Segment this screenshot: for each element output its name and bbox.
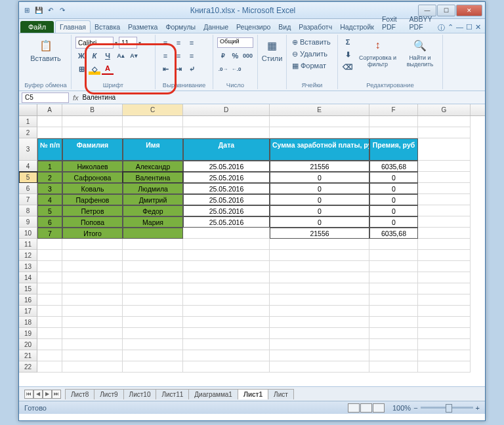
row-header[interactable]: 15 — [19, 283, 37, 294]
cell[interactable] — [418, 306, 471, 317]
indent-inc-icon[interactable]: ⇥ — [173, 63, 184, 75]
cell[interactable]: Александр — [123, 161, 183, 172]
col-D[interactable]: D — [183, 104, 270, 115]
cell[interactable] — [62, 328, 123, 339]
row-header[interactable]: 14 — [19, 272, 37, 283]
cell[interactable] — [37, 250, 62, 261]
cell[interactable] — [183, 317, 270, 328]
cell[interactable]: 0 — [369, 194, 418, 205]
col-E[interactable]: E — [270, 104, 369, 115]
cell[interactable] — [123, 294, 183, 306]
sheet-tab[interactable]: Лист11 — [156, 389, 189, 399]
cell[interactable]: Николаев — [62, 161, 123, 172]
row-header[interactable]: 18 — [19, 317, 37, 328]
cell[interactable] — [418, 127, 471, 138]
cell[interactable] — [123, 361, 183, 373]
row-header[interactable]: 9 — [19, 216, 37, 228]
currency-icon[interactable]: ₽ — [217, 50, 228, 62]
dec-decimal-icon[interactable]: ←.0 — [230, 63, 242, 75]
row-header[interactable]: 5 — [19, 172, 37, 183]
row-header[interactable]: 7 — [19, 194, 37, 205]
cell[interactable] — [123, 228, 183, 239]
cell[interactable]: 7 — [37, 228, 62, 239]
cell[interactable]: 0 — [270, 205, 369, 216]
cell[interactable]: 4 — [37, 194, 62, 205]
cell[interactable] — [418, 339, 471, 350]
cell[interactable]: 6 — [37, 216, 62, 228]
abbyy-tab[interactable]: ABBYY PDF — [406, 13, 438, 33]
sheet-tab[interactable]: Лист9 — [94, 389, 123, 399]
cell[interactable] — [270, 116, 369, 127]
cell[interactable]: 25.05.2016 — [183, 161, 270, 172]
cell[interactable] — [183, 127, 270, 138]
cell[interactable] — [37, 306, 62, 317]
cell[interactable]: Сафронова — [62, 172, 123, 183]
borders-button[interactable]: ⊞ — [75, 63, 87, 75]
align-mid-icon[interactable]: ≡ — [173, 37, 184, 49]
fill-color-button[interactable]: ◇ — [89, 63, 100, 75]
cell[interactable] — [183, 294, 270, 306]
cell[interactable] — [183, 339, 270, 350]
insert-cells-button[interactable]: ⊕Вставить — [291, 36, 333, 48]
cell[interactable] — [37, 361, 62, 373]
delete-cells-button[interactable]: ⊖Удалить — [291, 48, 333, 60]
cell[interactable]: Фамилия — [62, 138, 123, 161]
cell[interactable]: 0 — [369, 216, 418, 228]
cell[interactable] — [123, 250, 183, 261]
cell[interactable] — [418, 172, 471, 183]
cell[interactable] — [418, 350, 471, 361]
cell[interactable]: Попова — [62, 216, 123, 228]
cell[interactable]: 0 — [369, 172, 418, 183]
view-buttons[interactable] — [348, 403, 385, 413]
col-F[interactable]: F — [369, 104, 418, 115]
cell[interactable] — [369, 239, 418, 250]
cell[interactable] — [418, 328, 471, 339]
cell[interactable] — [369, 350, 418, 361]
bold-button[interactable]: Ж — [75, 50, 87, 62]
cell[interactable] — [270, 283, 369, 294]
cell[interactable] — [369, 361, 418, 373]
cell[interactable] — [270, 272, 369, 283]
cell[interactable] — [37, 127, 62, 138]
tab-last-icon[interactable]: ⏭ — [52, 390, 61, 399]
cell[interactable]: 6035,68 — [369, 161, 418, 172]
cell[interactable] — [123, 127, 183, 138]
cell[interactable]: Дмитрий — [123, 194, 183, 205]
cell[interactable] — [123, 283, 183, 294]
row-header[interactable]: 19 — [19, 328, 37, 339]
cell[interactable] — [369, 261, 418, 272]
undo-icon[interactable]: ↶ — [45, 5, 56, 16]
row-header[interactable]: 12 — [19, 250, 37, 261]
sort-filter-button[interactable]: ↕Сортировка и фильтр — [356, 36, 399, 73]
cell[interactable] — [270, 239, 369, 250]
fill-icon[interactable]: ⬇ — [342, 49, 354, 60]
sheet-tab[interactable]: Лист10 — [123, 389, 157, 399]
doc-min-icon[interactable]: — — [456, 23, 463, 33]
minimize-ribbon-icon[interactable]: ⌃ — [448, 23, 453, 33]
file-tab[interactable]: Файл — [20, 21, 54, 33]
cell[interactable] — [270, 328, 369, 339]
doc-close-icon[interactable]: ✕ — [475, 23, 481, 33]
clear-icon[interactable]: ⌫ — [342, 61, 354, 73]
cell[interactable] — [183, 272, 270, 283]
foxit-tab[interactable]: Foxit PDF — [378, 13, 406, 33]
insert-tab[interactable]: Вставка — [91, 21, 124, 33]
col-G[interactable]: G — [418, 104, 471, 115]
row-header[interactable]: 21 — [19, 350, 37, 361]
addins-tab[interactable]: Надстройк — [336, 21, 378, 33]
cell[interactable] — [123, 306, 183, 317]
cell[interactable] — [37, 116, 62, 127]
italic-button[interactable]: К — [89, 50, 100, 62]
cell[interactable] — [123, 350, 183, 361]
cell[interactable] — [418, 205, 471, 216]
wrap-icon[interactable]: ⤶ — [186, 63, 198, 75]
cell[interactable] — [418, 283, 471, 294]
cell[interactable]: 25.05.2016 — [183, 183, 270, 194]
cell[interactable]: Итого — [62, 228, 123, 239]
zoom-level[interactable]: 100% — [392, 404, 411, 412]
cell[interactable] — [270, 250, 369, 261]
view-tab[interactable]: Вид — [274, 21, 295, 33]
cell[interactable] — [418, 239, 471, 250]
cell[interactable] — [418, 250, 471, 261]
cell[interactable] — [418, 116, 471, 127]
